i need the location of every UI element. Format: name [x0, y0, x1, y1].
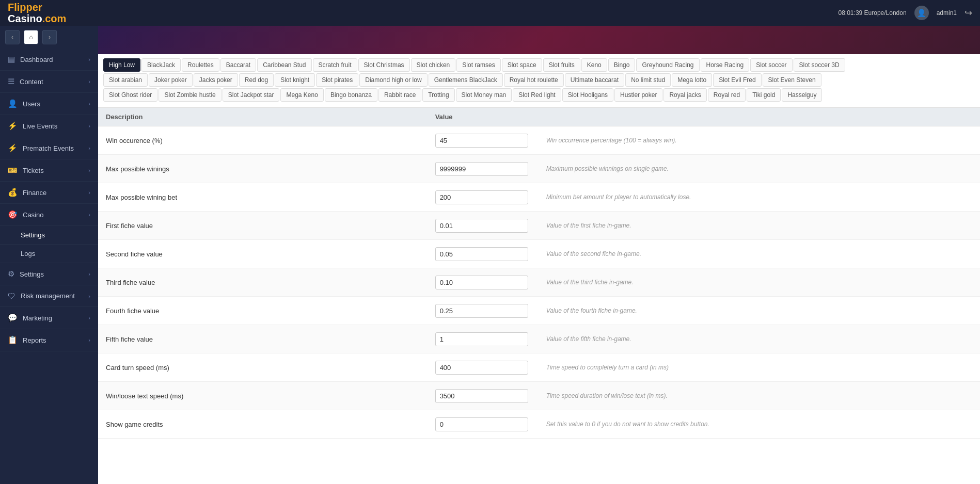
tab-royal-hot-roulette[interactable]: Royal hot roulette [504, 73, 564, 87]
tab-royal-jacks[interactable]: Royal jacks [663, 88, 706, 102]
tab-trotting[interactable]: Trotting [422, 88, 454, 102]
settings-row-win-occurrence: Win occurence (%)Win occurrence percenta… [98, 126, 980, 155]
row-label-max-possible-wining-bet: Max possible wining bet [106, 193, 435, 201]
input-win-loose-text-speed[interactable] [435, 389, 528, 403]
tab-caribbean-stud[interactable]: Caribbean Stud [257, 58, 311, 72]
sidebar-item-tickets[interactable]: 🎫Tickets › [0, 159, 98, 182]
row-value-container-first-fiche-value [435, 219, 539, 233]
row-label-fourth-fiche-value: Fourth fiche value [106, 307, 435, 315]
sidebar-item-dashboard[interactable]: ▤Dashboard › [0, 49, 98, 71]
tab-baccarat[interactable]: Baccarat [220, 58, 256, 72]
sidebar-subitem-settings[interactable]: Settings [0, 226, 98, 245]
tab-high-low[interactable]: High Low [103, 58, 140, 72]
row-label-card-turn-speed: Card turn speed (ms) [106, 364, 435, 372]
logo-text: Flipper Casino.com [8, 2, 66, 24]
tab-red-dog[interactable]: Red dog [239, 73, 274, 87]
sidebar-item-prematch-events[interactable]: ⚡Prematch Events › [0, 137, 98, 159]
input-win-occurrence[interactable] [435, 134, 528, 148]
tab-slot-red-light[interactable]: Slot Red light [513, 88, 561, 102]
row-value-container-card-turn-speed [435, 361, 539, 375]
input-show-game-credits[interactable] [435, 417, 528, 431]
sidebar-item-casino[interactable]: 🎯Casino › [0, 204, 98, 226]
tab-blackjack[interactable]: BlackJack [141, 58, 181, 72]
tab-bingo-bonanza[interactable]: Bingo bonanza [325, 88, 377, 102]
tab-greyhound-racing[interactable]: Greyhound Racing [636, 58, 699, 72]
row-hint-win-occurrence: Win occurrence percentage (100 = always … [539, 137, 972, 144]
settings-area: Description Value Win occurence (%)Win o… [98, 108, 980, 484]
tabs-row-2: Slot arabianJoker pokerJacks pokerRed do… [103, 73, 975, 87]
tab-slot-evil-fred[interactable]: Slot Evil Fred [713, 73, 761, 87]
tab-slot-zombie-hustle[interactable]: Slot Zombie hustle [159, 88, 221, 102]
tab-joker-poker[interactable]: Joker poker [149, 73, 193, 87]
home-button[interactable]: ⌂ [24, 30, 38, 44]
tab-roulettes[interactable]: Roulettes [182, 58, 219, 72]
tab-horse-racing[interactable]: Horse Racing [701, 58, 750, 72]
tab-bingo[interactable]: Bingo [608, 58, 636, 72]
back-arrow[interactable]: ‹ [5, 30, 20, 44]
settings-row-max-possible-winnings: Max possible winingsMaximum possible win… [98, 155, 980, 183]
input-max-possible-winnings[interactable] [435, 162, 528, 176]
input-second-fiche-value[interactable] [435, 247, 528, 261]
tab-ultimate-baccarat[interactable]: Ultimate baccarat [565, 73, 624, 87]
row-value-container-third-fiche-value [435, 276, 539, 289]
tab-scratch-fruit[interactable]: Scratch fruit [313, 58, 357, 72]
tab-mega-lotto[interactable]: Mega lotto [672, 73, 712, 87]
tab-rabbit-race[interactable]: Rabbit race [378, 88, 421, 102]
content-area: High LowBlackJackRoulettesBaccaratCaribb… [98, 26, 980, 484]
tab-slot-christmas[interactable]: Slot Christmas [358, 58, 410, 72]
tab-hustler-poker[interactable]: Hustler poker [614, 88, 662, 102]
sidebar-subitem-logs[interactable]: Logs [0, 245, 98, 263]
tab-slot-space[interactable]: Slot space [502, 58, 542, 72]
sidebar-item-users[interactable]: 👤Users › [0, 93, 98, 115]
input-fourth-fiche-value[interactable] [435, 304, 528, 318]
sidebar-item-settings-main[interactable]: ⚙Settings › [0, 263, 98, 285]
row-hint-fifth-fiche-value: Value of the fifth fiche in-game. [539, 335, 972, 343]
row-label-win-loose-text-speed: Win/loose text speed (ms) [106, 392, 435, 400]
sidebar-item-content[interactable]: ☰Content › [0, 71, 98, 93]
tab-slot-chicken[interactable]: Slot chicken [411, 58, 456, 72]
row-hint-max-possible-wining-bet: Minimum bet amount for player to automat… [539, 193, 972, 201]
tab-slot-fruits[interactable]: Slot fruits [543, 58, 580, 72]
tab-mega-keno[interactable]: Mega Keno [280, 88, 323, 102]
tab-slot-soccer[interactable]: Slot soccer [750, 58, 792, 72]
tab-no-limit-stud[interactable]: No limit stud [625, 73, 671, 87]
tab-slot-hooligans[interactable]: Slot Hooligans [562, 88, 613, 102]
input-first-fiche-value[interactable] [435, 219, 528, 233]
tab-slot-even-steven[interactable]: Slot Even Steven [763, 73, 821, 87]
tab-slot-arabian[interactable]: Slot arabian [103, 73, 148, 87]
tab-jacks-poker[interactable]: Jacks poker [194, 73, 238, 87]
sidebar-item-marketing[interactable]: 💬Marketing › [0, 307, 98, 329]
header-description: Description [106, 113, 435, 121]
tab-slot-ghost-rider[interactable]: Slot Ghost rider [103, 88, 157, 102]
tab-slot-ramses[interactable]: Slot ramses [456, 58, 500, 72]
tab-slot-soccer-3d[interactable]: Slot soccer 3D [794, 58, 845, 72]
settings-row-third-fiche-value: Third fiche valueValue of the third fich… [98, 268, 980, 297]
tab-slot-pirates[interactable]: Slot pirates [316, 73, 358, 87]
input-third-fiche-value[interactable] [435, 276, 528, 289]
sidebar-item-reports[interactable]: 📋Reports › [0, 329, 98, 351]
settings-row-first-fiche-value: First fiche valueValue of the first fich… [98, 212, 980, 240]
tab-slot-knight[interactable]: Slot knight [275, 73, 315, 87]
tab-hasselguy[interactable]: Hasselguy [782, 88, 822, 102]
tab-slot-money-man[interactable]: Slot Money man [456, 88, 512, 102]
tab-slot-jackpot-star[interactable]: Slot Jackpot star [223, 88, 280, 102]
logout-icon[interactable]: ↪ [965, 7, 972, 19]
settings-rows: Win occurence (%)Win occurrence percenta… [98, 126, 980, 439]
sidebar-item-risk-management[interactable]: 🛡Risk management › [0, 285, 98, 307]
tab-gentlemens-blackjack[interactable]: Gentlemens BlackJack [429, 73, 503, 87]
sidebar-item-finance[interactable]: 💰Finance › [0, 182, 98, 204]
input-card-turn-speed[interactable] [435, 361, 528, 375]
sidebar-item-live-events[interactable]: ⚡Live Events › [0, 115, 98, 137]
row-value-container-win-loose-text-speed [435, 389, 539, 403]
input-fifth-fiche-value[interactable] [435, 332, 528, 346]
tab-tiki-gold[interactable]: Tiki gold [747, 88, 781, 102]
tab-royal-red[interactable]: Royal red [708, 88, 746, 102]
forward-arrow[interactable]: › [42, 30, 57, 44]
settings-row-max-possible-wining-bet: Max possible wining betMinimum bet amoun… [98, 183, 980, 212]
user-avatar: 👤 [914, 6, 929, 20]
tab-keno[interactable]: Keno [581, 58, 607, 72]
input-max-possible-wining-bet[interactable] [435, 190, 528, 204]
tab-diamond-high-or-low[interactable]: Diamond high or low [359, 73, 427, 87]
tabs-section: High LowBlackJackRoulettesBaccaratCaribb… [98, 54, 980, 108]
row-label-first-fiche-value: First fiche value [106, 222, 435, 230]
